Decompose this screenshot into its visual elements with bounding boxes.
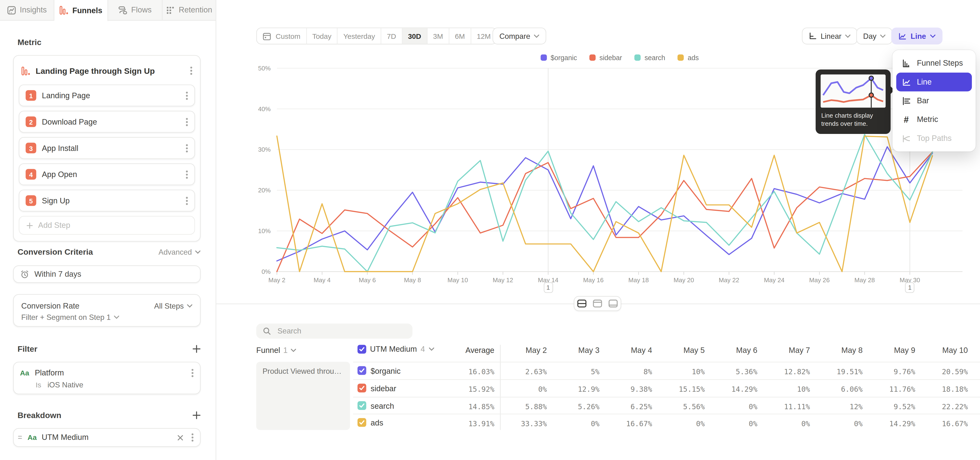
annotation-badge[interactable]: 1 xyxy=(905,282,915,293)
filter-segment-toggle[interactable]: Filter + Segment on Step 1 xyxy=(21,312,192,323)
range-30d[interactable]: 30D xyxy=(402,28,428,44)
menu-item-line[interactable]: Line xyxy=(896,73,972,91)
legend-item[interactable]: ads xyxy=(678,54,698,61)
funnel-step-4[interactable]: 4 App Open xyxy=(19,163,195,185)
menu-item-metric[interactable]: # Metric xyxy=(896,110,972,129)
drag-handle-icon[interactable] xyxy=(18,434,22,441)
kebab-menu-icon[interactable] xyxy=(191,433,194,442)
range-6m[interactable]: 6M xyxy=(449,28,471,44)
filter-card-platform[interactable]: Aa Platform Is iOS Native xyxy=(13,362,201,395)
advanced-toggle[interactable]: Advanced xyxy=(159,248,201,256)
funnel-column-label: Funnel xyxy=(256,346,280,355)
series-line-search[interactable] xyxy=(277,134,932,272)
tab-funnels[interactable]: Funnels xyxy=(54,0,108,21)
compare-button[interactable]: Compare xyxy=(492,27,546,45)
alarm-clock-icon xyxy=(20,270,29,279)
range-custom[interactable]: Custom xyxy=(257,28,307,44)
svg-text:50%: 50% xyxy=(258,65,270,72)
funnel-column-header[interactable]: Funnel 1 xyxy=(256,346,296,355)
row-checkbox[interactable] xyxy=(358,401,366,410)
row-value: 12.82% xyxy=(760,367,810,376)
legend-item[interactable]: $organic xyxy=(541,54,577,61)
tab-flows[interactable]: Flows xyxy=(108,0,162,20)
linear-scale-icon xyxy=(809,32,817,40)
funnel-cell[interactable]: Product Viewed through P... xyxy=(256,362,350,430)
menu-item-label: Line xyxy=(917,78,932,86)
annotation-badge[interactable]: 1 xyxy=(543,282,553,293)
kebab-menu-icon[interactable] xyxy=(186,91,188,100)
table-row: sidebar15.92%0%12.9%9.38%15.15%14.29%10%… xyxy=(353,380,980,397)
string-property-icon: Aa xyxy=(27,434,37,441)
row-value: 0% xyxy=(760,419,810,428)
chart-type-dropdown[interactable]: Line xyxy=(891,27,942,45)
day-column-header: May 8 xyxy=(813,346,862,355)
range-3m[interactable]: 3M xyxy=(427,28,449,44)
split-view-icon[interactable] xyxy=(577,299,587,308)
day-column-header: May 3 xyxy=(550,346,600,355)
funnel-step-5[interactable]: 5 Sign Up xyxy=(19,190,195,212)
row-value: 0% xyxy=(708,419,757,428)
chevron-down-icon xyxy=(114,316,119,319)
menu-item-label: Funnel Steps xyxy=(917,59,963,68)
chart-only-view-icon[interactable] xyxy=(592,299,603,308)
retention-icon xyxy=(165,5,175,14)
chart-type-tooltip: Line charts display trends over time. xyxy=(816,69,891,134)
row-value: 14.29% xyxy=(708,385,757,394)
legend-swatch xyxy=(678,54,684,61)
conversion-rate-steps-dropdown[interactable]: All Steps xyxy=(154,301,192,310)
legend-label: sidebar xyxy=(600,54,622,61)
search-input[interactable] xyxy=(276,326,406,336)
kebab-menu-icon[interactable] xyxy=(190,66,192,75)
legend-item[interactable]: sidebar xyxy=(590,54,622,61)
tab-insights[interactable]: Insights xyxy=(0,0,54,20)
series-line-ads[interactable] xyxy=(277,136,932,272)
range-today[interactable]: Today xyxy=(307,28,338,44)
kebab-menu-icon[interactable] xyxy=(186,144,188,153)
day-column-header: May 4 xyxy=(602,346,652,355)
add-step-button[interactable]: Add Step xyxy=(19,216,195,235)
step-number-badge: 3 xyxy=(25,143,36,153)
row-checkbox[interactable] xyxy=(358,418,366,427)
row-checkbox[interactable] xyxy=(358,366,366,375)
kebab-menu-icon[interactable] xyxy=(186,117,188,126)
chevron-down-icon xyxy=(195,250,201,254)
add-filter-button[interactable] xyxy=(192,345,201,353)
plus-icon xyxy=(26,222,33,229)
filter-value[interactable]: iOS Native xyxy=(48,380,83,389)
funnel-step-3[interactable]: 3 App Install xyxy=(19,137,195,159)
conversion-window-button[interactable]: Within 7 days xyxy=(13,265,201,283)
legend-item[interactable]: search xyxy=(635,54,665,61)
flows-icon xyxy=(118,5,127,14)
row-average: 16.03% xyxy=(441,367,495,376)
average-column-header: Average xyxy=(438,346,495,355)
legend-swatch xyxy=(541,54,547,61)
menu-item-funnel-steps[interactable]: Funnel Steps xyxy=(896,54,972,73)
kebab-menu-icon[interactable] xyxy=(191,369,194,378)
kebab-menu-icon[interactable] xyxy=(186,196,188,205)
row-checkbox[interactable] xyxy=(358,384,366,393)
legend-swatch xyxy=(590,54,596,61)
kebab-menu-icon[interactable] xyxy=(186,170,188,179)
menu-item-bar[interactable]: Bar xyxy=(896,91,972,110)
add-breakdown-button[interactable] xyxy=(192,411,201,419)
svg-text:May 20: May 20 xyxy=(673,276,694,284)
scale-dropdown[interactable]: Linear xyxy=(802,27,858,45)
breakdown-card-utm-medium[interactable]: Aa UTM Medium xyxy=(13,428,201,447)
range-7d[interactable]: 7D xyxy=(381,28,402,44)
series-line-$organic[interactable] xyxy=(277,147,932,261)
row-value: 5.36% xyxy=(708,367,757,376)
tab-retention[interactable]: Retention xyxy=(162,0,216,20)
breakdown-column-header[interactable]: UTM Medium 4 xyxy=(358,345,434,354)
tab-label: Insights xyxy=(20,6,47,14)
day-column-header: May 2 xyxy=(497,346,547,355)
funnel-step-2[interactable]: 2 Download Page xyxy=(19,111,195,133)
interval-dropdown[interactable]: Day xyxy=(856,27,892,45)
range-yesterday[interactable]: Yesterday xyxy=(337,28,381,44)
funnel-step-1[interactable]: 1 Landing Page xyxy=(19,85,195,106)
remove-breakdown-icon[interactable] xyxy=(177,434,184,441)
select-all-checkbox[interactable] xyxy=(358,345,366,354)
table-only-view-icon[interactable] xyxy=(608,299,618,308)
tab-label: Flows xyxy=(131,6,151,14)
line-chart-icon xyxy=(901,77,912,87)
menu-item-top-paths[interactable]: Top Paths xyxy=(896,129,972,148)
